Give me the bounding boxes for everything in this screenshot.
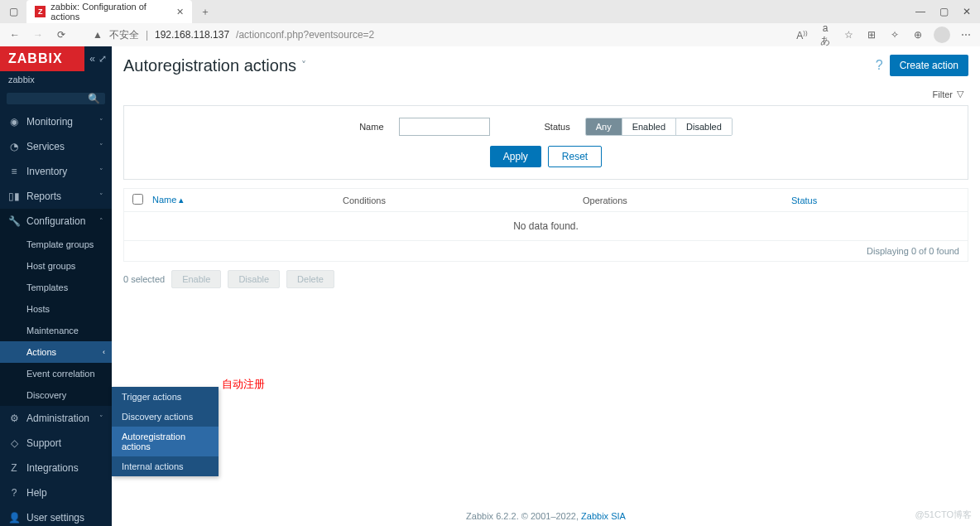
delete-button[interactable]: Delete xyxy=(286,270,334,288)
sub-templates[interactable]: Templates xyxy=(0,277,112,298)
user-icon: 👤 xyxy=(8,512,20,524)
actions-table: Name ▴ Conditions Operations Status No d… xyxy=(123,188,968,262)
logo[interactable]: ZABBIX xyxy=(0,46,84,71)
chart-icon: ▯▮ xyxy=(8,191,20,202)
url-path: /actionconf.php?eventsource=2 xyxy=(236,29,374,41)
sidebar-item-services[interactable]: ◔Services˅ xyxy=(0,134,112,159)
wrench-icon: 🔧 xyxy=(8,215,20,227)
filter-icon: ▽ xyxy=(957,89,963,99)
status-enabled[interactable]: Enabled xyxy=(622,118,675,135)
sidebar-item-help[interactable]: ?Help xyxy=(0,480,112,505)
profile-icon[interactable] xyxy=(934,27,950,43)
not-secure-icon: ▲ xyxy=(93,29,103,41)
no-data-row: No data found. xyxy=(124,212,968,241)
page-title[interactable]: Autoregistration actions ˅ xyxy=(123,56,306,75)
chevron-left-icon: ‹ xyxy=(103,348,105,356)
sub-event-correlation[interactable]: Event correlation xyxy=(0,363,112,384)
create-action-button[interactable]: Create action xyxy=(890,55,968,76)
forward-icon[interactable]: → xyxy=(30,27,46,43)
app-root: ZABBIX « ⤢ zabbix 🔍 ◉Monitoring˅ ◔Servic… xyxy=(0,46,980,526)
read-aloud-icon[interactable]: A)) xyxy=(795,29,809,41)
tab-actions-icon[interactable]: ▢ xyxy=(3,2,23,22)
reset-button[interactable]: Reset xyxy=(548,146,602,167)
footer: Zabbix 6.2.2. © 2001–2022, Zabbix SIA xyxy=(112,511,980,521)
chevron-down-icon: ˅ xyxy=(99,142,103,151)
security-label: 不安全 xyxy=(109,28,139,42)
support-icon: ◇ xyxy=(8,437,20,449)
collapse-icon[interactable]: « xyxy=(89,53,95,65)
sidebar-item-support[interactable]: ◇Support xyxy=(0,431,112,456)
main-content: Autoregistration actions ˅ ? Create acti… xyxy=(112,46,980,526)
window-close-icon[interactable]: ✕ xyxy=(957,2,977,22)
expand-icon[interactable]: ⤢ xyxy=(98,53,107,65)
sidebar-search[interactable]: 🔍 xyxy=(7,93,105,104)
status-label: Status xyxy=(545,122,570,132)
sidebar-item-integrations[interactable]: ZIntegrations xyxy=(0,456,112,480)
url-field[interactable]: ▲ 不安全 | 192.168.118.137/actionconf.php?e… xyxy=(76,28,788,42)
name-input[interactable] xyxy=(399,118,490,136)
footer-link[interactable]: Zabbix SIA xyxy=(581,511,626,521)
search-icon: 🔍 xyxy=(88,93,100,104)
sub-template-groups[interactable]: Template groups xyxy=(0,234,112,255)
chevron-down-icon: ˅ xyxy=(99,167,103,176)
sub-hosts[interactable]: Hosts xyxy=(0,298,112,320)
refresh-icon[interactable]: ⟳ xyxy=(53,27,70,43)
sidebar-item-user-settings[interactable]: 👤User settings xyxy=(0,505,112,526)
app-download-icon[interactable]: ⊕ xyxy=(910,29,925,41)
enable-button[interactable]: Enable xyxy=(171,270,221,288)
translate-icon[interactable]: aあ xyxy=(818,22,833,48)
filter-panel: Name Status Any Enabled Disabled Apply R… xyxy=(123,105,968,180)
select-all-checkbox[interactable] xyxy=(132,194,143,205)
chevron-down-icon: ˅ xyxy=(99,192,103,200)
sub-discovery[interactable]: Discovery xyxy=(0,384,112,406)
status-disabled[interactable]: Disabled xyxy=(675,118,732,135)
watermark: @51CTO博客 xyxy=(915,509,972,521)
favorite-icon[interactable]: ☆ xyxy=(841,29,856,41)
collections-icon[interactable]: ✧ xyxy=(887,29,902,41)
url-host: 192.168.118.137 xyxy=(155,29,229,41)
sub-actions[interactable]: Actions‹ xyxy=(0,341,112,363)
browser-tab[interactable]: Z zabbix: Configuration of actions ✕ xyxy=(26,0,192,23)
col-status[interactable]: Status xyxy=(791,195,817,205)
sidebar-item-configuration[interactable]: 🔧Configuration˄ xyxy=(0,209,112,234)
address-bar: ← → ⟳ ▲ 不安全 | 192.168.118.137/actionconf… xyxy=(0,23,980,46)
disable-button[interactable]: Disable xyxy=(228,270,280,288)
back-icon[interactable]: ← xyxy=(7,27,23,43)
more-icon[interactable]: ⋯ xyxy=(958,29,973,41)
status-segment: Any Enabled Disabled xyxy=(585,118,733,136)
filter-toggle[interactable]: Filter ▽ xyxy=(928,86,968,102)
sidebar-item-monitoring[interactable]: ◉Monitoring˅ xyxy=(0,109,112,134)
window-minimize-icon[interactable]: — xyxy=(910,2,930,22)
sidebar-item-reports[interactable]: ▯▮Reports˅ xyxy=(0,184,112,209)
sub-maintenance[interactable]: Maintenance xyxy=(0,320,112,341)
actions-flyout: Trigger actions Discovery actions Autore… xyxy=(112,387,219,476)
integrations-icon: Z xyxy=(8,462,20,474)
chevron-down-icon: ˅ xyxy=(99,118,103,126)
close-icon[interactable]: ✕ xyxy=(176,7,184,17)
status-any[interactable]: Any xyxy=(586,118,622,135)
sub-host-groups[interactable]: Host groups xyxy=(0,255,112,277)
sidebar-item-inventory[interactable]: ≡Inventory˅ xyxy=(0,159,112,184)
fly-trigger-actions[interactable]: Trigger actions xyxy=(112,387,219,407)
apply-button[interactable]: Apply xyxy=(490,146,541,167)
help-icon: ? xyxy=(8,487,20,499)
sidebar-item-administration[interactable]: ⚙Administration˅ xyxy=(0,406,112,431)
stopwatch-icon: ◔ xyxy=(8,141,20,152)
col-operations: Operations xyxy=(583,195,791,205)
toolbar-right: A)) aあ ☆ ⊞ ✧ ⊕ ⋯ xyxy=(795,22,973,48)
display-count: Displaying 0 of 0 found xyxy=(124,241,968,261)
browser-chrome: ▢ Z zabbix: Configuration of actions ✕ ＋… xyxy=(0,0,980,46)
window-restore-icon[interactable]: ▢ xyxy=(934,2,954,22)
col-conditions: Conditions xyxy=(343,195,583,205)
annotation-label: 自动注册 xyxy=(222,377,265,392)
help-icon[interactable]: ? xyxy=(876,58,883,73)
fly-discovery-actions[interactable]: Discovery actions xyxy=(112,407,219,427)
list-icon: ≡ xyxy=(8,166,20,177)
fly-autoregistration-actions[interactable]: Autoregistration actions xyxy=(112,427,219,456)
col-name[interactable]: Name ▴ xyxy=(152,195,343,205)
sidebar: ZABBIX « ⤢ zabbix 🔍 ◉Monitoring˅ ◔Servic… xyxy=(0,46,112,526)
selected-count: 0 selected xyxy=(123,274,165,284)
fly-internal-actions[interactable]: Internal actions xyxy=(112,456,219,476)
extensions-icon[interactable]: ⊞ xyxy=(864,29,879,41)
new-tab-icon[interactable]: ＋ xyxy=(195,2,215,22)
